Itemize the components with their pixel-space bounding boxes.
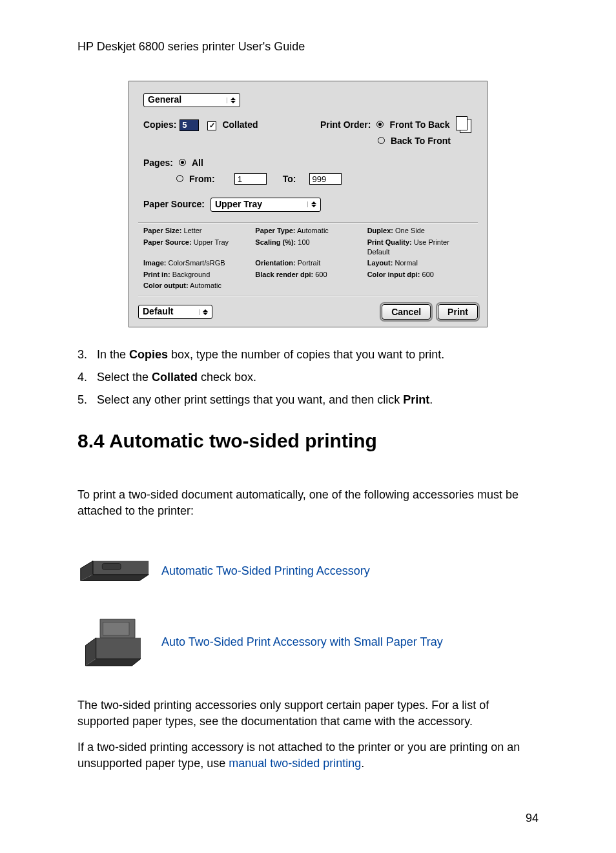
- preset-selector[interactable]: Default: [138, 305, 212, 319]
- preset-label: Default: [143, 305, 173, 318]
- collated-checkbox[interactable]: ✓: [207, 121, 216, 130]
- collated-label: Collated: [222, 119, 258, 130]
- accessory-2-link[interactable]: Auto Two-Sided Print Accessory with Smal…: [161, 634, 443, 650]
- front-to-back-label: Front To Back: [390, 119, 450, 130]
- svg-marker-10: [103, 622, 130, 635]
- accessory-1-link[interactable]: Automatic Two-Sided Printing Accessory: [161, 563, 370, 579]
- section-heading: 8.4 Automatic two-sided printing: [77, 427, 539, 455]
- paper-source-label: Paper Source:: [143, 199, 205, 209]
- support-paragraph: The two-sided printing accessories only …: [77, 697, 539, 730]
- dropdown-arrows-icon: [227, 98, 236, 103]
- panel-selector[interactable]: General: [143, 93, 240, 107]
- paper-source-selector[interactable]: Upper Tray: [210, 198, 321, 212]
- front-to-back-radio[interactable]: [376, 121, 384, 128]
- page-header: HP Deskjet 6800 series printer User's Gu…: [77, 39, 539, 55]
- paper-source-value: Upper Tray: [215, 198, 262, 211]
- pages-all-label: All: [192, 158, 203, 168]
- dropdown-arrows-icon: [199, 309, 208, 315]
- collate-preview-icon: [456, 116, 473, 134]
- page-number: 94: [77, 810, 539, 827]
- pages-to-input[interactable]: [309, 173, 342, 185]
- pages-from-label: From:: [189, 174, 215, 184]
- back-to-front-radio[interactable]: [378, 137, 385, 144]
- panel-selector-label: General: [148, 94, 181, 107]
- cancel-button[interactable]: Cancel: [382, 304, 431, 320]
- accessory-2-image: [77, 613, 152, 672]
- accessory-2-row: Auto Two-Sided Print Accessory with Smal…: [77, 613, 539, 672]
- svg-rect-4: [102, 563, 121, 570]
- dropdown-arrows-icon: [307, 201, 316, 207]
- step-4: 4. Select the Collated check box.: [77, 369, 539, 385]
- step-5: 5. Select any other print settings that …: [77, 392, 539, 408]
- pages-label: Pages:: [143, 158, 173, 168]
- accessory-1-image: [77, 549, 152, 594]
- manual-paragraph: If a two-sided printing accessory is not…: [77, 739, 539, 772]
- pages-to-label: To:: [283, 174, 296, 184]
- manual-two-sided-link[interactable]: manual two-sided printing: [229, 757, 361, 770]
- pages-from-input[interactable]: [234, 173, 267, 185]
- steps-list: 3. In the Copies box, type the number of…: [77, 347, 539, 409]
- print-button[interactable]: Print: [438, 304, 478, 320]
- copies-input[interactable]: [180, 119, 199, 131]
- copies-label: Copies:: [143, 119, 176, 130]
- pages-from-radio[interactable]: [176, 175, 183, 182]
- svg-marker-7: [96, 637, 141, 658]
- intro-paragraph: To print a two-sided document automatica…: [77, 487, 539, 519]
- accessory-1-row: Automatic Two-Sided Printing Accessory: [77, 549, 539, 594]
- print-summary: Paper Size: Letter Paper Type: Automatic…: [143, 226, 473, 291]
- print-dialog: General Copies: ✓ Collated Print Order: …: [128, 81, 488, 327]
- pages-all-radio[interactable]: [179, 159, 186, 166]
- step-3: 3. In the Copies box, type the number of…: [77, 347, 539, 363]
- back-to-front-label: Back To Front: [391, 136, 451, 146]
- print-order-label: Print Order:: [320, 119, 371, 130]
